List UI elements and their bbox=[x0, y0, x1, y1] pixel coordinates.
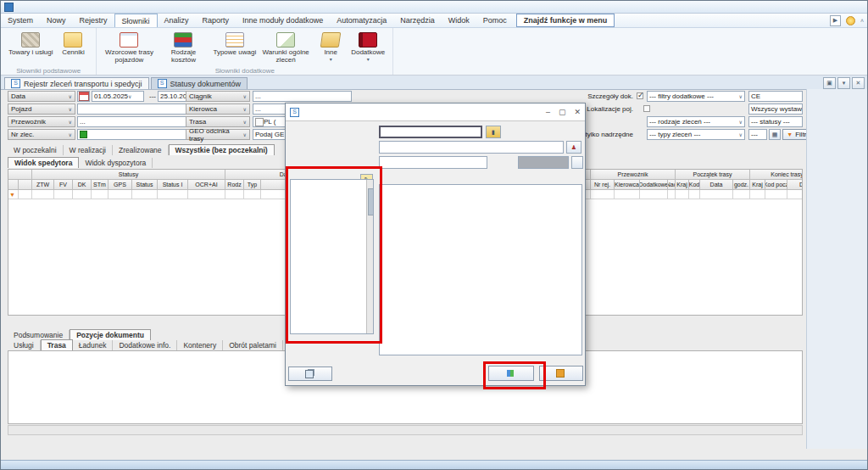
collapse-ribbon-icon[interactable]: ˄ bbox=[860, 18, 864, 24]
filter-dd-2[interactable]: --- rodzaje zleceń ---∨ bbox=[647, 116, 745, 127]
date-from-field[interactable]: 01.05.2025 ∨ bbox=[92, 91, 144, 102]
filter-cell[interactable]: ▼ bbox=[8, 190, 19, 199]
subtab-obr-t-paletami[interactable]: Obrót paletami bbox=[223, 340, 283, 350]
column-header-sel[interactable] bbox=[19, 180, 32, 190]
column-header-marker[interactable] bbox=[8, 180, 19, 190]
menu-item-s-owniki[interactable]: Słowniki bbox=[114, 14, 158, 27]
filter-cell[interactable] bbox=[244, 190, 261, 199]
menu-item-widok[interactable]: Widok bbox=[442, 14, 476, 27]
tab-menu-icon[interactable]: ▾ bbox=[837, 77, 850, 89]
checklist-scrollbar[interactable] bbox=[366, 180, 373, 333]
message-text-area[interactable] bbox=[379, 184, 582, 355]
hint-bulb-icon[interactable] bbox=[846, 16, 855, 25]
doc-browse-button[interactable] bbox=[571, 156, 583, 169]
ribbon-button-cenniki[interactable]: Cenniki bbox=[55, 30, 91, 58]
filter-label-mid-1[interactable]: Kierowca∨ bbox=[186, 104, 250, 115]
column-header-nac[interactable]: Nac bbox=[668, 180, 676, 190]
tab-wszystkie-bez-poczekalni-[interactable]: Wszystkie (bez poczekalni) bbox=[169, 144, 275, 155]
filter-value-right-2[interactable]: --- statusy --- bbox=[748, 116, 803, 127]
filter-cell[interactable] bbox=[787, 190, 803, 199]
filter-label-1[interactable]: Pojazd∨ bbox=[8, 104, 75, 115]
column-header-gps[interactable]: GPS bbox=[108, 180, 132, 190]
ribbon-button-rodzaje-koszt-w[interactable]: Rodzaje kosztów bbox=[156, 30, 210, 65]
send-button[interactable] bbox=[488, 366, 534, 381]
dialog-close-icon[interactable]: ✕ bbox=[574, 108, 581, 116]
ribbon-button-wzorcowe-trasy-pojazd-w[interactable]: Wzorcowe trasy pojazdów bbox=[102, 30, 156, 65]
dialog-minimize-icon[interactable]: – bbox=[546, 108, 550, 116]
ribbon-button-typowe-uwagi[interactable]: Typowe uwagi bbox=[210, 30, 259, 58]
dialog-maximize-icon[interactable]: ▢ bbox=[559, 108, 566, 116]
column-header-dk[interactable]: DK bbox=[73, 180, 92, 190]
filter-value-mid-0[interactable]: ... bbox=[253, 91, 352, 102]
column-header-rodz[interactable]: Rodz bbox=[225, 180, 244, 190]
subtab-dodatkowe-info-[interactable]: Dodatkowe info. bbox=[113, 340, 177, 350]
ribbon-button-inne[interactable]: Inne▾ bbox=[313, 30, 348, 63]
filter-cell[interactable] bbox=[733, 190, 750, 199]
doc-tab[interactable]: SRejestr zleceń transportu i spedycji bbox=[4, 77, 149, 89]
filter-cell[interactable] bbox=[668, 190, 676, 199]
filter-cell[interactable] bbox=[188, 190, 225, 199]
column-header-nrrej[interactable]: Nr rej. bbox=[591, 180, 615, 190]
filter-cell[interactable] bbox=[108, 190, 132, 199]
filter-checkbox-0[interactable] bbox=[637, 92, 643, 99]
column-header-kraj1[interactable]: Kraj bbox=[676, 180, 689, 190]
tab-w-poczekalni[interactable]: W poczekalni bbox=[8, 145, 64, 155]
column-header-stm[interactable]: STm bbox=[92, 180, 108, 190]
filter-cell[interactable] bbox=[132, 190, 158, 199]
filter-cell[interactable] bbox=[750, 190, 765, 199]
filter-value-right-1[interactable]: Wszyscy wystawiający dok. bbox=[748, 104, 803, 115]
tab-pozycje-dokumentu[interactable]: Pozycje dokumentu bbox=[70, 329, 151, 340]
driver-field[interactable] bbox=[379, 141, 564, 154]
menu-item-automatyzacja[interactable]: Automatyzacja bbox=[330, 14, 393, 27]
column-header-typ[interactable]: Typ bbox=[244, 180, 261, 190]
filter-label-mid-3[interactable]: GEO odcinka trasy∨ bbox=[186, 129, 250, 140]
filter-cell[interactable] bbox=[92, 190, 108, 199]
column-header-status2[interactable]: Status I bbox=[158, 180, 188, 190]
column-header-kier[interactable]: Kierowca bbox=[615, 180, 640, 190]
filter-value-right-3[interactable]: --- bbox=[748, 129, 767, 140]
tab-zrealizowane[interactable]: Zrealizowane bbox=[113, 145, 169, 155]
tab-w-realizacji[interactable]: W realizacji bbox=[64, 145, 113, 155]
filter-label-0[interactable]: Data∨ bbox=[8, 91, 75, 102]
filter-cell[interactable] bbox=[676, 190, 689, 199]
filter-dd-0[interactable]: --- filtry dodatkowe ---∨ bbox=[647, 91, 745, 102]
vehicle-field[interactable] bbox=[379, 126, 482, 138]
filter-label-mid-0[interactable]: Ciągnik∨ bbox=[186, 91, 250, 102]
calendar-icon[interactable] bbox=[77, 91, 90, 102]
filter-cell[interactable] bbox=[700, 190, 733, 199]
filter-label-mid-2[interactable]: Trasa∨ bbox=[186, 116, 250, 127]
column-header-kod1[interactable]: Kod bbox=[689, 180, 700, 190]
subtab-kontenery[interactable]: Kontenery bbox=[177, 340, 223, 350]
column-header-ztw[interactable]: ZTW bbox=[32, 180, 54, 190]
filter-cell[interactable] bbox=[640, 190, 668, 199]
filter-cell[interactable] bbox=[615, 190, 640, 199]
ribbon-button-towary-i-us-ugi[interactable]: Towary i usługi bbox=[6, 30, 55, 58]
ribbon-button-dodatkowe[interactable]: Dodatkowe▾ bbox=[348, 30, 387, 63]
related-document-field[interactable] bbox=[379, 156, 487, 169]
subtab--adunek[interactable]: Ładunek bbox=[73, 340, 114, 350]
ribbon-button-warunki-og-lne-zlece-[interactable]: Warunki ogólne zleceń bbox=[259, 30, 313, 65]
filter-dd-3[interactable]: --- typy zleceń ---∨ bbox=[647, 129, 745, 140]
exit-button[interactable] bbox=[539, 366, 583, 381]
column-header-kodp[interactable]: Kod pocz bbox=[765, 180, 787, 190]
layout-icon[interactable]: ▦ bbox=[769, 129, 781, 140]
menu-item-inne-modu-y-dodatkowe[interactable]: Inne moduły dodatkowe bbox=[236, 14, 330, 27]
tab-close-icon[interactable]: ✕ bbox=[852, 77, 865, 89]
column-header-status[interactable]: Status bbox=[132, 180, 158, 190]
doc-tab[interactable]: SStatusy dokumentów bbox=[151, 77, 248, 89]
filter-cell[interactable] bbox=[765, 190, 787, 199]
subtab-us-ugi[interactable]: Usługi bbox=[8, 340, 41, 350]
column-header-kraj2[interactable]: Kraj bbox=[750, 180, 765, 190]
tab-list-icon[interactable]: ▣ bbox=[823, 77, 836, 89]
filter-cell[interactable] bbox=[591, 190, 615, 199]
menu-item-narz-dzia[interactable]: Narzędzia bbox=[393, 14, 442, 27]
menu-item-znajd-funkcje-w-menu[interactable]: Znajdź funkcje w menu bbox=[516, 14, 615, 27]
filter-cell[interactable] bbox=[54, 190, 73, 199]
column-header-data2[interactable]: Data bbox=[787, 180, 803, 190]
doc-number-field[interactable] bbox=[518, 156, 569, 169]
tab-widok-spedytora[interactable]: Widok spedytora bbox=[8, 157, 79, 168]
filter-cell[interactable] bbox=[73, 190, 92, 199]
column-header-fv[interactable]: FV bbox=[54, 180, 73, 190]
run-icon[interactable]: ▶ bbox=[830, 15, 841, 26]
filter-label-3[interactable]: Nr zlec.∨ bbox=[8, 129, 75, 140]
